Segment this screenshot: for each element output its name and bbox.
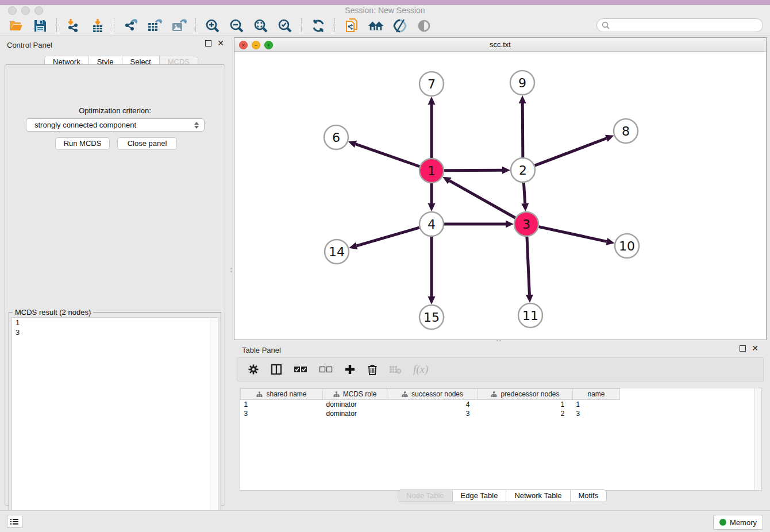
table-panel-title: Table Panel [242, 346, 281, 354]
result-line: 1 [12, 318, 218, 327]
delete-table-icon[interactable] [389, 365, 402, 374]
graph-edge-2-8[interactable] [535, 138, 607, 165]
memory-button[interactable]: Memory [713, 515, 763, 530]
graph-edge-3-1[interactable] [449, 181, 515, 218]
graph-edge-4-14[interactable] [357, 228, 419, 246]
network-view-title: scc.txt [234, 40, 766, 49]
close-table-panel-icon[interactable]: ✕ [752, 345, 759, 352]
tab-network-table[interactable]: Network Table [506, 490, 569, 502]
table-scrollbar[interactable] [754, 388, 761, 490]
node-table-grid[interactable]: shared name MCDS role successor nodes pr… [240, 388, 620, 418]
tab-node-table[interactable]: Node Table [398, 490, 452, 502]
export-table-icon[interactable] [147, 18, 163, 34]
main-toolbar [0, 16, 770, 36]
search-input[interactable] [613, 21, 763, 30]
tab-motifs[interactable]: Motifs [570, 490, 607, 502]
graph-edge-2-9[interactable] [522, 103, 523, 157]
result-scrollbar[interactable] [210, 318, 218, 527]
table-header-row: shared name MCDS role successor nodes pr… [241, 389, 620, 400]
graph-node-label-11: 11 [522, 309, 538, 323]
attribute-icon [491, 391, 497, 398]
select-all-icon[interactable] [294, 365, 307, 373]
gear-icon[interactable] [248, 364, 259, 375]
graph-node-label-4: 4 [428, 217, 436, 232]
cell-predecessor-nodes[interactable]: 2 [478, 409, 573, 418]
criterion-dropdown[interactable]: strongly connected component [26, 118, 205, 132]
zoom-out-icon[interactable] [229, 18, 245, 34]
cell-successor-nodes[interactable]: 3 [387, 409, 478, 418]
add-column-icon[interactable] [344, 364, 356, 375]
zoom-fit-icon[interactable] [253, 18, 269, 34]
desktop-background-strip [0, 0, 770, 5]
attribute-icon [402, 391, 408, 398]
graph-node-label-10: 10 [619, 239, 635, 253]
deselect-all-icon[interactable] [319, 365, 333, 373]
cell-predecessor-nodes[interactable]: 1 [478, 400, 573, 410]
graph-node-label-14: 14 [329, 245, 345, 259]
zoom-selected-icon[interactable] [277, 18, 293, 34]
delete-icon[interactable] [367, 364, 378, 375]
column-header-name[interactable]: name [573, 389, 620, 400]
graph-edge-3-11[interactable] [527, 237, 529, 295]
float-panel-icon[interactable] [205, 40, 211, 47]
zoom-in-icon[interactable] [205, 18, 221, 34]
app-titlebar: Session: New Session [0, 5, 770, 16]
graph-node-label-15: 15 [424, 310, 440, 325]
close-panel-icon[interactable]: ✕ [217, 40, 224, 47]
import-table-icon[interactable] [90, 18, 106, 34]
save-session-icon[interactable] [32, 18, 48, 34]
mcds-result-text[interactable]: 1 3 [11, 317, 218, 527]
home-icon[interactable] [368, 18, 384, 34]
column-header-shared-name[interactable]: shared name [241, 389, 323, 400]
cell-mcds-role[interactable]: dominator [323, 409, 387, 418]
task-history-icon[interactable] [7, 515, 22, 528]
control-panel: Control Panel ✕ Network Style Select MCD… [0, 37, 230, 509]
graph-edge-1-2[interactable] [444, 170, 502, 171]
eye-icon[interactable] [416, 18, 432, 34]
network-window-titlebar[interactable]: ✕ − + scc.txt [234, 38, 766, 52]
export-image-icon[interactable] [171, 18, 187, 34]
import-network-icon[interactable] [66, 18, 82, 34]
column-layout-icon[interactable] [271, 364, 282, 375]
memory-label: Memory [730, 518, 757, 527]
cell-name[interactable]: 3 [573, 409, 620, 418]
open-file-icon[interactable] [8, 18, 24, 34]
graph-node-label-2: 2 [519, 163, 527, 178]
mcds-tab-content: Optimization criterion: strongly connect… [5, 64, 225, 506]
mcds-result-box: MCDS result (2 nodes) 1 3 [9, 312, 221, 530]
refresh-icon[interactable] [310, 18, 326, 34]
column-header-mcds-role[interactable]: MCDS role [323, 389, 387, 400]
cell-mcds-role[interactable]: dominator [323, 400, 387, 410]
cell-successor-nodes[interactable]: 4 [387, 400, 478, 410]
table-row[interactable]: 3 dominator 3 2 3 [241, 409, 620, 418]
table-row[interactable]: 1 dominator 4 1 1 [241, 400, 620, 410]
vertical-splitter-handle[interactable] [230, 268, 232, 272]
function-builder-icon[interactable]: f(x) [413, 363, 428, 376]
result-line: 3 [12, 327, 218, 337]
cell-shared-name[interactable]: 1 [241, 400, 323, 410]
run-mcds-button[interactable]: Run MCDS [55, 137, 110, 150]
graph-edge-3-10[interactable] [538, 227, 606, 242]
tab-edge-table[interactable]: Edge Table [452, 490, 506, 502]
duplicate-network-icon[interactable] [344, 18, 360, 34]
search-field[interactable] [596, 18, 763, 32]
graph-node-label-8: 8 [622, 124, 630, 138]
graph-node-label-1: 1 [428, 164, 436, 178]
column-header-successor-nodes[interactable]: successor nodes [387, 389, 478, 400]
control-panel-title: Control Panel [7, 41, 52, 49]
network-graph-canvas[interactable]: 7968124314101511 [234, 51, 766, 340]
column-header-predecessor-nodes[interactable]: predecessor nodes [478, 389, 573, 400]
cell-shared-name[interactable]: 3 [241, 409, 323, 418]
close-panel-button[interactable]: Close panel [117, 137, 177, 150]
graph-node-label-3: 3 [522, 217, 530, 232]
optimization-criterion-label: Optimization criterion: [5, 106, 225, 115]
float-table-panel-icon[interactable] [740, 345, 746, 352]
attribute-icon [333, 391, 340, 398]
graph-edge-1-6[interactable] [356, 144, 419, 167]
graph-edge-2-3[interactable] [523, 183, 525, 203]
cell-name[interactable]: 1 [573, 400, 620, 410]
style-icon[interactable] [392, 18, 408, 34]
export-network-icon[interactable] [123, 18, 139, 34]
table-tabs: Node Table Edge Table Network Table Moti… [398, 489, 607, 502]
status-bar: Memory [0, 510, 770, 532]
